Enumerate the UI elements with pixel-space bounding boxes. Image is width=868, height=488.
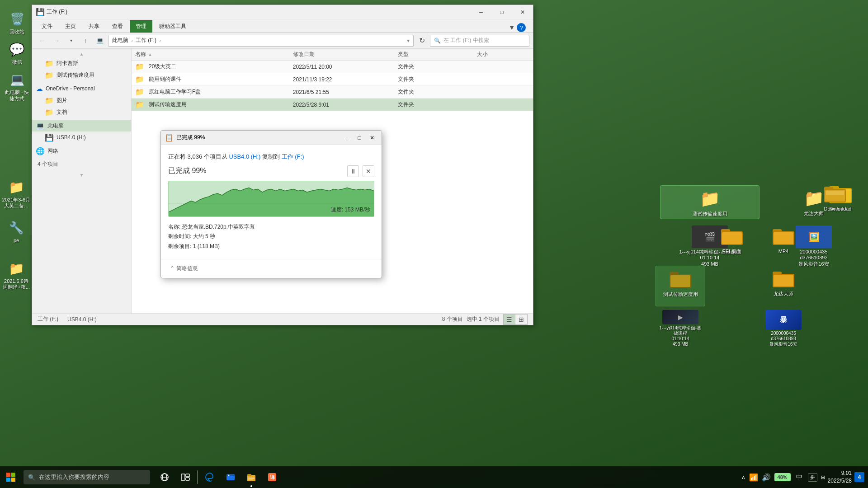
ceshu-folder-icon[interactable]: 测试传输速度用 [656,266,705,306]
keyboard-layout-icon[interactable]: 拼 [808,473,817,482]
tab-view[interactable]: 查看 [106,20,129,32]
dest-link[interactable]: 工作 (F:) [282,153,304,160]
svg-rect-9 [722,232,742,244]
browser-icon[interactable] [222,466,240,488]
sidebar-this-computer[interactable]: 💻 此电脑 [32,120,131,131]
tray-expand-icon[interactable]: ∧ [741,474,745,480]
start-button[interactable] [0,466,22,488]
svg-rect-36 [248,477,255,478]
dialog-footer: ⌃ 简略信息 [161,259,382,278]
task-view2-button[interactable] [176,466,194,488]
forward-button[interactable]: → [50,34,63,47]
yoga-video-icon[interactable]: ▶ 1---yj014纯粹瑜伽-基础课程01:10:14493 MB [656,308,705,349]
battery-indicator[interactable]: 48% [774,473,791,481]
right-desktop-panel: Download FEI 桌面 MP4 [656,176,863,353]
scroll-up-button[interactable]: ▲ [32,51,131,57]
cancel-copy-button[interactable]: ✕ [363,165,374,177]
back-button[interactable]: ← [36,34,48,47]
app5-icon[interactable]: 译 [263,466,281,488]
address-dropdown-icon[interactable]: ▾ [407,38,410,44]
window-icon: 💾 [36,8,45,17]
sort-arrow: ▲ [148,52,152,57]
status-right: 8 个项目 选中 1 个项目 ☰ ⊞ [442,314,528,325]
list-view-button[interactable]: ☰ [504,314,515,324]
clock-date: 2022/5/28 [828,477,852,485]
sidebar-documents[interactable]: 📁 文档 [32,106,131,118]
input-method-icon[interactable]: ⊞ [821,474,825,480]
detail-view-button[interactable]: ⊞ [515,314,527,324]
source-link[interactable]: USB4.0 (H:) [229,153,260,160]
tab-manage[interactable]: 管理 [130,20,152,33]
tray-network-icon[interactable]: 📶 [749,473,758,482]
svg-rect-15 [670,275,690,287]
sidebar-onedrive[interactable]: ☁ OneDrive - Personal [32,83,131,94]
usb-label: USB4.0 (H:) [67,316,97,323]
clock[interactable]: 9:01 2022/5/28 [828,469,852,485]
sidebar-network[interactable]: 🌐 网络 [32,145,131,157]
svg-rect-35 [247,474,251,476]
recycle-bin-icon[interactable]: 🗑️ 回收站 [1,8,33,37]
dialog-icon: 📋 [165,133,174,142]
file-row[interactable]: 📁 原红电脑工作学习F盘 2021/6/5 21:55 文件夹 [132,86,533,99]
wechat-icon[interactable]: 💬 微信 [1,38,33,67]
folder-icon: 📁 [45,71,54,80]
col-size-header[interactable]: 大小 [477,51,529,58]
sidebar-akaxisi[interactable]: 📁 阿卡西斯 [32,57,131,69]
minimize-button[interactable]: ─ [471,5,491,19]
address-sep1: › [131,38,133,44]
close-button[interactable]: ✕ [512,5,533,19]
search-bar[interactable]: 🔍 在 工作 (F:) 中搜索 [430,35,529,47]
task-view-button[interactable] [156,466,174,488]
folder-2021-poem-icon[interactable]: 📁 2021.6.6诗词翻译+夜... [0,258,33,298]
fei-desktop-icon[interactable]: FEI 桌面 [707,223,757,264]
this-computer-icon[interactable]: 💻 此电脑 - 快 捷方式 [1,69,33,103]
summary-toggle-button[interactable]: ⌃ 简略信息 [168,263,200,274]
maximize-button[interactable]: □ [491,5,512,19]
drive-label: 工作 (F:) [38,315,58,323]
scroll-down-button[interactable]: ▼ [32,172,131,178]
col-date-header[interactable]: 修改日期 [293,51,398,58]
file-row[interactable]: 📁 20级大英二 2022/5/11 20:00 文件夹 [132,61,533,73]
sidebar-ceshu[interactable]: 📁 测试传输速度用 [32,69,131,81]
ribbon-collapse-icon[interactable]: ▼ [509,24,515,31]
selected-count: 选中 1 个项目 [467,315,500,323]
lang-indicator[interactable]: 中 [794,472,804,482]
sidebar-pictures[interactable]: 📁 图片 [32,94,131,106]
recent-locations-button[interactable]: ▾ [65,34,77,47]
yuda-folder-icon[interactable]: 尤达大师 [759,266,808,306]
taskbar-search[interactable]: 🔍 在这里输入你要搜索的内容 [24,470,150,484]
address-bar[interactable]: 此电脑 › 工作 (F:) › ▾ [108,35,414,47]
tab-share[interactable]: 共享 [83,20,105,32]
help-icon[interactable]: ? [517,23,526,32]
download-icon[interactable]: Download [810,181,860,221]
refresh-button[interactable]: ↻ [415,34,428,47]
notification-badge[interactable]: 4 [854,472,864,482]
file-row-selected[interactable]: 📁 测试传输速度用 2022/5/28 9:01 文件夹 [132,99,533,111]
svg-rect-23 [6,478,10,482]
time-remaining-info: 剩余时间: 大约 5 秒 [168,232,374,242]
col-type-header[interactable]: 类型 [398,51,476,58]
dialog-maximize-button[interactable]: □ [354,132,365,144]
file-explorer-icon[interactable] [242,466,260,488]
tab-drive-tools[interactable]: 驱动器工具 [153,20,192,32]
tab-file[interactable]: 文件 [36,20,58,32]
dialog-close-button[interactable]: ✕ [366,132,378,144]
search-icon: 🔍 [434,38,441,44]
sidebar-usb[interactable]: 💾 USB4.0 (H:) [32,131,131,143]
ribbon-tabs: 文件 主页 共享 查看 管理 驱动器工具 ▼ ? [32,19,533,32]
mp4-folder-icon[interactable]: MP4 [759,223,808,264]
col-name-header[interactable]: 名称 ▲ [135,51,293,58]
tray-sound-icon[interactable]: 🔊 [762,473,771,482]
up-button[interactable]: ↑ [79,34,92,47]
file-row[interactable]: 📁 能用到的课件 2021/11/3 19:22 文件夹 [132,73,533,86]
pause-button[interactable]: ⏸ [347,165,359,177]
tab-home[interactable]: 主页 [59,20,82,32]
doc-2022-328a-icon[interactable]: 🔧 pe [0,217,33,258]
dialog-minimize-button[interactable]: ─ [341,132,353,144]
progress-title: 已完成 99% [168,166,206,176]
edge-icon[interactable] [201,466,219,488]
folder-2021-icon[interactable]: 📁 2021年3-6月大英二备... [0,176,33,217]
folder-icon: 📁 [135,62,144,71]
taskbar: 🔍 在这里输入你要搜索的内容 [0,466,868,488]
storm-installer-icon[interactable]: 暴 2000000435d376610893暴风影音16安 [759,308,808,349]
